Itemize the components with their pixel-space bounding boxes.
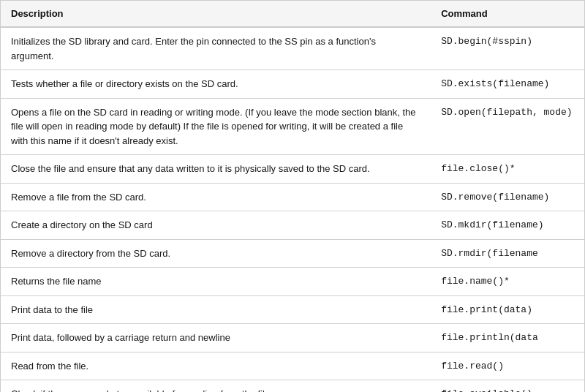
description-cell: Close the file and ensure that any data … <box>1 155 431 184</box>
description-column-header: Description <box>1 1 431 27</box>
description-cell: Create a directory on the SD card <box>1 211 431 240</box>
command-cell: SD.rmdir(filename <box>431 239 584 268</box>
table-row: Close the file and ensure that any data … <box>1 155 584 184</box>
command-cell: file.println(data <box>431 324 584 353</box>
command-cell: SD.exists(filename) <box>431 70 584 99</box>
command-cell: SD.remove(filename) <box>431 183 584 211</box>
main-table-container: Description Command Initializes the SD l… <box>0 0 585 392</box>
command-cell: SD.open(filepath, mode) <box>431 98 584 155</box>
description-cell: Read from the file. <box>1 352 431 380</box>
command-cell: SD.begin(#sspin) <box>431 27 584 70</box>
command-cell: file.print(data) <box>431 295 584 324</box>
description-cell: Tests whether a file or directory exists… <box>1 70 431 99</box>
description-cell: Initializes the SD library and card. Ent… <box>1 27 431 70</box>
commands-table: Description Command Initializes the SD l… <box>1 1 584 392</box>
command-column-header: Command <box>431 1 584 27</box>
command-cell: file.available() <box>431 380 584 393</box>
table-row: Tests whether a file or directory exists… <box>1 70 584 99</box>
table-row: Opens a file on the SD card in reading o… <box>1 98 584 155</box>
command-cell: SD.mkdir(filename) <box>431 211 584 240</box>
command-cell: file.close()* <box>431 155 584 184</box>
command-cell: file.name()* <box>431 268 584 296</box>
table-body: Initializes the SD library and card. Ent… <box>1 27 584 392</box>
table-row: Create a directory on the SD cardSD.mkdi… <box>1 211 584 240</box>
table-row: Remove a directory from the SD card.SD.r… <box>1 239 584 268</box>
table-header-row: Description Command <box>1 1 584 27</box>
description-cell: Opens a file on the SD card in reading o… <box>1 98 431 155</box>
description-cell: Check if there are any bytes available f… <box>1 380 431 393</box>
table-row: Read from the file.file.read() <box>1 352 584 380</box>
command-cell: file.read() <box>431 352 584 380</box>
description-cell: Returns the file name <box>1 268 431 296</box>
table-row: Remove a file from the SD card.SD.remove… <box>1 183 584 211</box>
table-row: Returns the file namefile.name()* <box>1 268 584 296</box>
description-cell: Remove a directory from the SD card. <box>1 239 431 268</box>
table-row: Print data, followed by a carriage retur… <box>1 324 584 353</box>
table-row: Print data to the filefile.print(data) <box>1 295 584 324</box>
description-cell: Print data, followed by a carriage retur… <box>1 324 431 353</box>
table-row: Check if there are any bytes available f… <box>1 380 584 393</box>
table-row: Initializes the SD library and card. Ent… <box>1 27 584 70</box>
description-cell: Print data to the file <box>1 295 431 324</box>
description-cell: Remove a file from the SD card. <box>1 183 431 211</box>
